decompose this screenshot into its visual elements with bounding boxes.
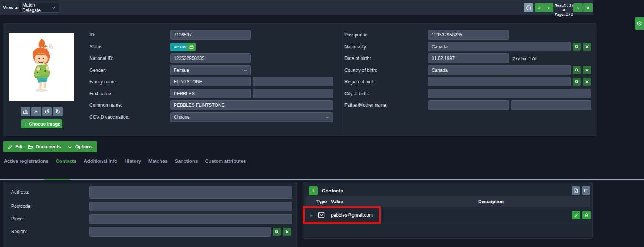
region-of-birth-input[interactable] (428, 77, 571, 86)
nationality-search-button[interactable] (573, 43, 581, 51)
tab-history[interactable]: History (125, 158, 141, 165)
covid-vaccination-select[interactable]: Choose (170, 112, 333, 122)
view-as-select[interactable]: Match Delegate (19, 3, 59, 13)
country-of-birth-clear-button[interactable]: ✕ (583, 66, 591, 74)
next-result-button[interactable]: › (573, 3, 583, 12)
gender-select[interactable]: Female (170, 65, 251, 75)
view-as-selected-value: Match Delegate (22, 2, 51, 13)
gender-selected-value: Female (174, 68, 189, 73)
tab-matches[interactable]: Matches (148, 158, 168, 165)
father-mother-name-secondary-input[interactable] (511, 100, 591, 110)
drag-handle-icon[interactable] (310, 213, 313, 217)
settings-flyout-button[interactable]: ⚙ (635, 17, 644, 30)
table-columns-icon (584, 188, 589, 193)
add-contact-button[interactable]: + (309, 186, 318, 195)
rotate-right-button[interactable]: ↻ (53, 107, 63, 116)
info-icon (526, 5, 532, 11)
contacts-panel-title: Contacts (322, 188, 343, 194)
pencil-icon (8, 144, 13, 149)
id-input[interactable] (170, 30, 251, 40)
camera-icon (23, 109, 28, 114)
double-chevron-left-icon: « (538, 5, 540, 11)
covid-selected-value: Choose (174, 114, 189, 120)
nationality-input[interactable] (428, 42, 571, 51)
trash-icon (584, 213, 589, 217)
person-details-panel: ✂ ↺ ↻ + Choose image ID: Status: ACTIVE … (3, 23, 596, 136)
region-search-button[interactable] (273, 228, 281, 236)
documents-button[interactable]: Documents (23, 141, 65, 152)
contact-row: pebbles@gmail.com (306, 207, 590, 223)
export-file-button[interactable] (572, 186, 580, 195)
city-of-birth-input[interactable] (428, 89, 591, 98)
family-name-secondary-input[interactable] (253, 77, 333, 86)
edit-contact-button[interactable] (572, 211, 580, 219)
national-id-label: National ID: (89, 56, 114, 61)
options-button[interactable]: Options (63, 141, 97, 152)
chevron-left-icon: ‹ (548, 5, 550, 11)
place-label: Place: (11, 216, 24, 222)
city-of-birth-label: City of birth: (344, 91, 369, 96)
scissors-icon: ✂ (34, 109, 38, 114)
common-name-label: Common name: (89, 103, 122, 108)
region-of-birth-clear-button[interactable]: ✕ (583, 78, 591, 86)
country-of-birth-search-button[interactable] (573, 66, 581, 74)
region-clear-button[interactable]: ✕ (283, 228, 291, 236)
previous-result-button[interactable]: ‹ (544, 3, 553, 12)
contacts-panel: + Contacts Type Value Description pebble… (303, 182, 593, 239)
father-mother-name-label: Father/Mother name: (344, 103, 387, 108)
contact-email-link[interactable]: pebbles@gmail.com (331, 212, 373, 218)
first-name-input[interactable] (170, 89, 251, 98)
documents-button-label: Documents (36, 144, 61, 149)
postcode-input[interactable] (89, 202, 292, 211)
address-label: Address: (11, 189, 29, 195)
pencil-icon (574, 213, 578, 217)
search-icon (575, 80, 579, 84)
passport-label: Passport #: (344, 32, 368, 38)
delete-contact-button[interactable] (582, 211, 591, 219)
family-name-input[interactable] (170, 77, 251, 86)
double-chevron-right-icon: » (586, 5, 589, 11)
info-button[interactable] (524, 3, 533, 12)
crop-photo-button[interactable]: ✂ (31, 107, 41, 116)
region-input[interactable] (89, 227, 271, 237)
first-name-secondary-input[interactable] (253, 89, 333, 98)
columns-settings-button[interactable] (582, 186, 590, 195)
national-id-input[interactable] (170, 53, 251, 63)
person-photo (9, 33, 74, 101)
take-photo-button[interactable] (21, 107, 30, 116)
covid-vaccination-label: COVID vaccination: (89, 114, 130, 120)
chevron-right-icon: › (577, 5, 579, 11)
tab-contacts[interactable]: Contacts (56, 158, 76, 165)
tab-sanctions[interactable]: Sanctions (175, 158, 198, 165)
father-mother-name-input[interactable] (428, 100, 509, 110)
address-panel: Address: Postcode: Place: Region: ✕ (3, 182, 297, 247)
age-text: 27y 5m 17d (512, 56, 537, 61)
rotate-left-button[interactable]: ↺ (42, 107, 52, 116)
tab-custom-attributes[interactable]: Custom attributes (205, 158, 246, 165)
close-icon: ✕ (285, 229, 289, 235)
file-export-icon (573, 188, 578, 193)
nationality-label: Nationality: (344, 44, 367, 50)
status-calendar-button[interactable] (187, 43, 196, 51)
choose-image-button[interactable]: + Choose image (21, 119, 62, 128)
family-name-label: Family name: (89, 79, 117, 85)
folder-open-icon (28, 144, 33, 149)
tab-additional-info[interactable]: Additional info (84, 158, 117, 165)
rotate-right-icon: ↻ (55, 108, 60, 115)
nationality-clear-button[interactable]: ✕ (583, 43, 591, 51)
address-input[interactable] (89, 186, 292, 199)
dob-input[interactable] (428, 53, 509, 63)
country-of-birth-input[interactable] (428, 65, 571, 75)
chevron-down-icon (243, 68, 247, 73)
first-page-button[interactable]: « (535, 3, 544, 12)
common-name-input[interactable] (170, 100, 333, 110)
country-of-birth-label: Country of birth: (344, 68, 377, 73)
passport-input[interactable] (428, 30, 509, 40)
place-input[interactable] (89, 214, 292, 224)
rotate-left-icon: ↺ (44, 108, 49, 115)
search-icon (575, 68, 579, 73)
id-label: ID: (89, 32, 95, 38)
last-page-button[interactable]: » (583, 3, 593, 12)
region-of-birth-search-button[interactable] (573, 78, 581, 86)
tab-active-registrations[interactable]: Active registrations (4, 158, 49, 165)
